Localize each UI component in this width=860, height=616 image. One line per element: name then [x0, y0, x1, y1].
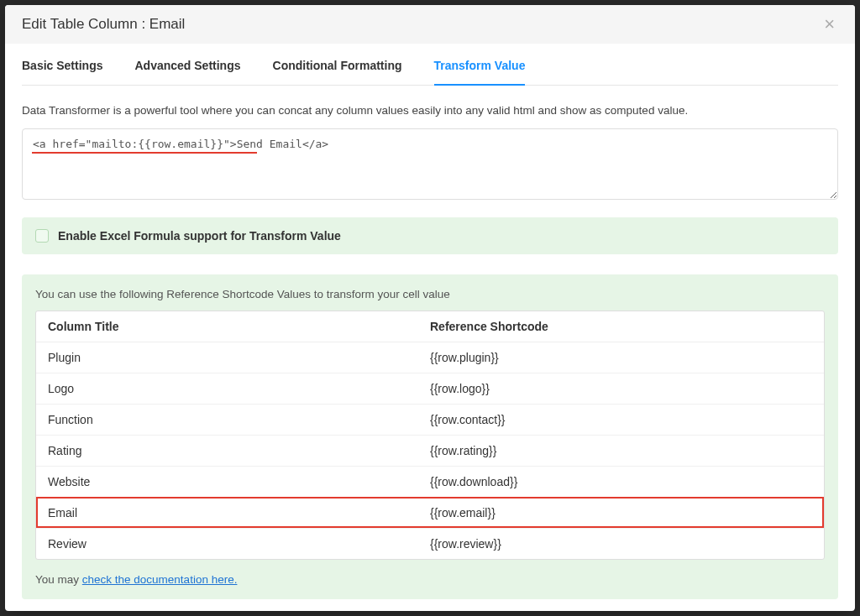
cell-shortcode: {{row.logo}}	[430, 382, 812, 395]
header-column-title: Column Title	[48, 320, 430, 333]
close-icon[interactable]: ×	[821, 15, 838, 34]
excel-checkbox-row: Enable Excel Formula support for Transfo…	[35, 229, 825, 243]
transform-textarea-wrap	[22, 128, 838, 202]
modal-title: Edit Table Column : Email	[22, 16, 185, 33]
tab-basic-settings[interactable]: Basic Settings	[22, 59, 102, 86]
cell-column-title: Website	[48, 475, 430, 488]
reference-table: Column Title Reference Shortcode Plugin …	[35, 311, 825, 560]
doc-link[interactable]: check the documentation here.	[82, 573, 238, 586]
cell-shortcode: {{row.rating}}	[430, 444, 812, 457]
cell-shortcode: {{row.email}}	[430, 506, 812, 519]
tab-advanced-settings[interactable]: Advanced Settings	[134, 59, 240, 86]
table-row: Function {{row.contact}}	[36, 404, 824, 435]
transform-description: Data Transformer is a powerful tool wher…	[22, 104, 838, 117]
reference-panel: You can use the following Reference Shor…	[22, 274, 838, 599]
excel-option-box: Enable Excel Formula support for Transfo…	[22, 217, 838, 254]
tab-transform-value[interactable]: Transform Value	[434, 59, 526, 86]
cell-column-title: Function	[48, 413, 430, 426]
cell-shortcode: {{row.review}}	[430, 537, 812, 551]
excel-checkbox-label: Enable Excel Formula support for Transfo…	[58, 229, 341, 243]
excel-checkbox[interactable]	[35, 229, 49, 243]
modal-header: Edit Table Column : Email ×	[5, 5, 855, 44]
table-row: Logo {{row.logo}}	[36, 373, 824, 404]
cell-column-title: Rating	[48, 444, 430, 457]
table-row: Rating {{row.rating}}	[36, 435, 824, 466]
cell-column-title: Review	[48, 537, 430, 551]
table-row: Website {{row.download}}	[36, 466, 824, 497]
header-reference-shortcode: Reference Shortcode	[430, 320, 812, 333]
reference-table-header: Column Title Reference Shortcode	[36, 311, 824, 342]
tab-conditional-formatting[interactable]: Conditional Formatting	[273, 59, 402, 86]
doc-note-prefix: You may	[35, 573, 82, 586]
modal-body: Basic Settings Advanced Settings Conditi…	[5, 44, 855, 611]
reference-description: You can use the following Reference Shor…	[35, 288, 825, 300]
table-row: Review {{row.review}}	[36, 528, 824, 559]
cell-shortcode: {{row.contact}}	[430, 413, 812, 426]
edit-column-modal: Edit Table Column : Email × Basic Settin…	[5, 5, 855, 611]
table-row: Plugin {{row.plugin}}	[36, 342, 824, 373]
cell-column-title: Email	[48, 506, 430, 519]
transform-textarea[interactable]	[22, 128, 838, 200]
doc-note: You may check the documentation here.	[35, 573, 825, 586]
table-row-highlighted: Email {{row.email}}	[36, 497, 824, 528]
cell-shortcode: {{row.plugin}}	[430, 351, 812, 364]
cell-column-title: Plugin	[48, 351, 430, 364]
cell-column-title: Logo	[48, 382, 430, 395]
annotation-underline	[32, 152, 257, 154]
cell-shortcode: {{row.download}}	[430, 475, 812, 488]
tabs: Basic Settings Advanced Settings Conditi…	[22, 44, 838, 86]
